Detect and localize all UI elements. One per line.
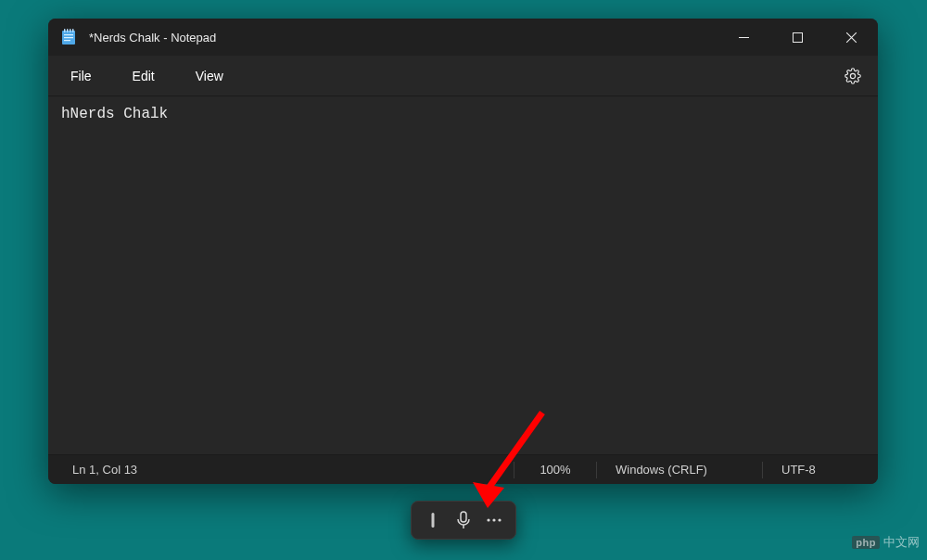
settings-button[interactable] — [828, 62, 878, 90]
svg-rect-7 — [64, 40, 70, 41]
status-encoding: UTF-8 — [776, 463, 859, 477]
menu-view[interactable]: View — [183, 63, 236, 89]
minimize-button[interactable] — [717, 19, 770, 56]
editor-area[interactable]: hNerds Chalk — [48, 96, 878, 454]
notepad-app-icon — [61, 29, 76, 45]
status-position: Ln 1, Col 13 — [67, 463, 143, 477]
voice-handle[interactable] — [419, 506, 447, 534]
svg-point-15 — [499, 518, 502, 521]
window-title: *Nerds Chalk - Notepad — [89, 31, 216, 45]
svg-point-13 — [488, 518, 490, 521]
microphone-icon — [456, 511, 471, 529]
svg-rect-1 — [64, 29, 66, 32]
notepad-window: *Nerds Chalk - Notepad File Edit View hN… — [48, 19, 878, 484]
close-button[interactable] — [824, 19, 878, 56]
titlebar[interactable]: *Nerds Chalk - Notepad — [48, 19, 878, 56]
menu-edit[interactable]: Edit — [120, 63, 168, 89]
svg-rect-2 — [67, 29, 69, 32]
gear-icon — [844, 68, 861, 84]
microphone-button[interactable] — [450, 506, 477, 534]
svg-rect-4 — [72, 29, 74, 32]
status-zoom[interactable]: 100% — [527, 463, 583, 477]
svg-rect-10 — [431, 513, 434, 528]
menu-file[interactable]: File — [57, 63, 105, 89]
menubar: File Edit View — [48, 56, 878, 96]
svg-rect-11 — [461, 512, 466, 522]
more-icon — [486, 517, 502, 523]
voice-typing-bar[interactable] — [411, 501, 516, 540]
svg-rect-5 — [64, 34, 73, 35]
editor-content: hNerds Chalk — [61, 106, 168, 122]
more-button[interactable] — [480, 506, 508, 534]
svg-rect-6 — [64, 37, 73, 38]
maximize-button[interactable] — [770, 19, 824, 56]
svg-rect-8 — [739, 37, 749, 38]
watermark-brand: php — [852, 536, 880, 549]
statusbar: Ln 1, Col 13 100% Windows (CRLF) UTF-8 — [48, 454, 878, 484]
window-controls — [717, 19, 878, 56]
svg-rect-3 — [70, 29, 71, 32]
svg-rect-9 — [793, 32, 802, 42]
watermark: php 中文网 — [852, 534, 920, 551]
svg-point-14 — [493, 518, 496, 521]
watermark-text: 中文网 — [883, 534, 920, 551]
status-line-ending: Windows (CRLF) — [610, 463, 749, 477]
